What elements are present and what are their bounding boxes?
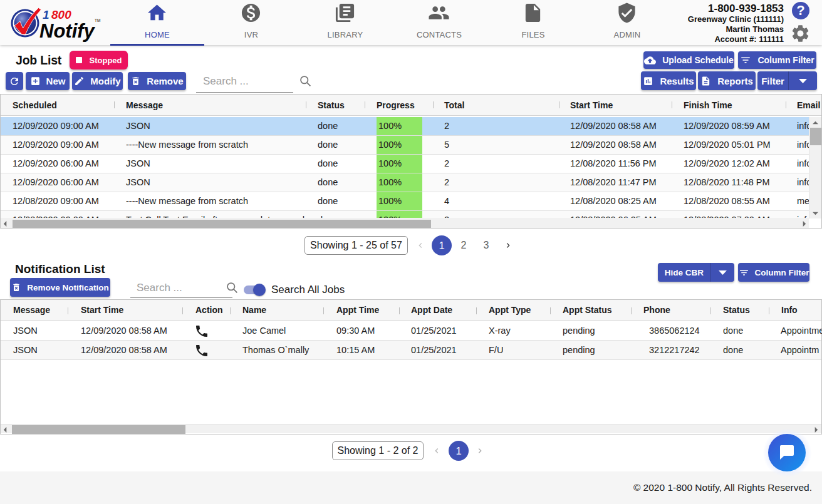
svg-text:TM: TM — [95, 18, 100, 23]
svg-text:Notify: Notify — [39, 20, 96, 42]
svg-text:1: 1 — [43, 8, 49, 21]
svg-text:800: 800 — [51, 8, 71, 21]
